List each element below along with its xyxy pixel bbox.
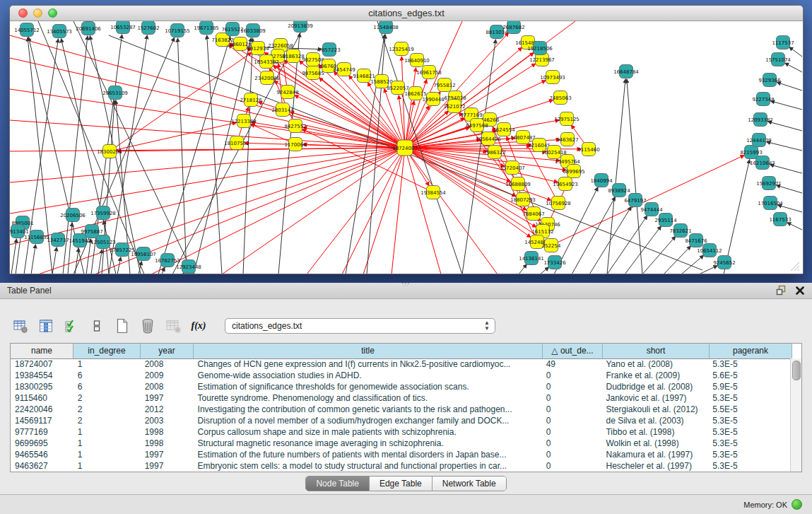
tab-network-table[interactable]: Network Table [433, 477, 506, 491]
graph-node-10719155[interactable]: 10719155 [165, 24, 190, 37]
graph-node-9245652[interactable]: 9245652 [713, 256, 735, 269]
graph-node-12325419[interactable]: 12325419 [389, 42, 414, 56]
citation-network-graph[interactable]: 1872400771638228860128891293423226058982… [10, 21, 802, 274]
graph-node-18107552[interactable]: 18107552 [224, 136, 249, 150]
graph-node-18640910[interactable]: 18640910 [404, 54, 430, 67]
column-header-name[interactable]: name [11, 344, 73, 358]
cell-in_degree[interactable]: 1 [73, 449, 141, 460]
cell-short[interactable]: Dudbridge et al. (2008) [601, 381, 708, 392]
cell-year[interactable]: 2009 [141, 370, 194, 381]
graph-node-252254[interactable]: 252254 [542, 239, 561, 252]
graph-node-17016504[interactable]: 17016504 [758, 197, 783, 210]
cell-name[interactable]: 9699695 [11, 438, 73, 449]
cell-year[interactable]: 2012 [141, 404, 194, 415]
cell-name[interactable]: 9465546 [11, 449, 73, 460]
cell-name[interactable]: 9463627 [11, 460, 73, 472]
graph-node-19671385[interactable]: 19671385 [194, 21, 219, 35]
column-header-in_degree[interactable]: in_degree [73, 344, 141, 358]
tab-edge-table[interactable]: Edge Table [370, 477, 433, 491]
graph-node-9115460[interactable]: 9115460 [577, 143, 599, 156]
graph-node-12975125[interactable]: 12975125 [554, 112, 579, 126]
graph-node-7857223[interactable]: 7857223 [318, 43, 340, 57]
cell-title[interactable]: Tourette syndrome. Phenomenology and cla… [194, 392, 542, 404]
vertical-scrollbar[interactable] [790, 358, 801, 472]
graph-node-20206506[interactable]: 20206506 [60, 209, 86, 222]
graph-node-1117537[interactable]: 1117537 [772, 36, 794, 49]
graph-node-7832621[interactable]: 7832621 [669, 224, 691, 238]
cell-name[interactable]: 18724007 [11, 358, 73, 370]
float-panel-icon[interactable] [776, 285, 787, 296]
graph-node-9474444[interactable]: 9474444 [640, 203, 663, 216]
cell-in_degree[interactable]: 2 [73, 404, 141, 415]
function-builder-button[interactable]: f(x) [191, 318, 206, 334]
cell-short[interactable]: Hescheler et al. (1997) [601, 460, 708, 472]
cell-pagerank[interactable]: 5.3E-5 [708, 460, 791, 472]
node-attribute-table[interactable]: namein_degreeyeartitle△ out_de...shortpa… [10, 343, 802, 472]
graph-node-2935114[interactable]: 2935114 [654, 214, 677, 227]
cell-year[interactable]: 1998 [141, 426, 194, 438]
graph-node-19384554[interactable]: 19384554 [420, 186, 446, 199]
graph-node-10756928[interactable]: 10756928 [546, 197, 571, 210]
cell-out_de[interactable]: 0 [542, 415, 602, 426]
cell-title[interactable]: Estimation of the future numbers of pati… [194, 449, 542, 460]
cell-out_de[interactable]: 0 [542, 404, 602, 415]
cell-out_de[interactable]: 0 [542, 426, 602, 438]
graph-node-1840994[interactable]: 1840994 [590, 174, 613, 187]
network-window-titlebar[interactable]: citations_edges.txt [10, 6, 803, 21]
cell-out_de[interactable]: 0 [542, 392, 602, 404]
cell-in_degree[interactable]: 2 [73, 392, 141, 404]
cell-out_de[interactable]: 0 [542, 381, 602, 392]
graph-node-7955812[interactable]: 7955812 [433, 78, 455, 92]
graph-node-18300295[interactable]: 18300295 [97, 145, 122, 158]
graph-node-13405573[interactable]: 13405573 [47, 25, 72, 38]
delete-table-button[interactable] [165, 318, 181, 334]
cell-pagerank[interactable]: 5.3E-5 [708, 438, 791, 449]
column-header-short[interactable]: short [603, 344, 710, 358]
cell-short[interactable]: Jankovic et al. (1997) [601, 392, 708, 404]
cell-name[interactable]: 22420046 [11, 404, 73, 415]
table-row[interactable]: 1830029562008Estimation of significance … [11, 381, 791, 392]
cell-short[interactable]: de Silva et al. (2003) [601, 415, 708, 426]
column-header-year[interactable]: year [141, 344, 194, 358]
cell-year[interactable]: 1997 [141, 460, 194, 472]
cell-title[interactable]: Corpus callosum shape and size in male p… [194, 426, 542, 438]
column-header-pagerank[interactable]: pagerank [710, 344, 792, 358]
cell-year[interactable]: 1997 [141, 449, 194, 460]
cell-out_de[interactable]: 0 [542, 438, 602, 449]
cell-in_degree[interactable]: 1 [73, 426, 141, 438]
cell-out_de[interactable]: 0 [542, 370, 602, 381]
graph-node-19654923[interactable]: 19654923 [553, 177, 578, 191]
graph-node-16961758[interactable]: 16961758 [416, 66, 442, 79]
cell-short[interactable]: Nakamura et al. (1997) [601, 449, 708, 460]
cell-pagerank[interactable]: 5.9E-5 [708, 381, 791, 392]
cell-year[interactable]: 1997 [141, 392, 194, 404]
row-height-button[interactable] [89, 318, 105, 334]
cell-short[interactable]: Yano et al. (2008) [601, 358, 708, 370]
column-header-out_de[interactable]: △ out_de... [543, 344, 603, 358]
network-view-window[interactable]: citations_edges.txt 18724007716382288601… [9, 5, 804, 274]
cell-year[interactable]: 1998 [141, 438, 194, 449]
cell-in_degree[interactable]: 2 [73, 415, 141, 426]
table-row[interactable]: 977716911998Corpus callosum shape and si… [11, 426, 791, 438]
cell-out_de[interactable]: 0 [542, 449, 602, 460]
table-row[interactable]: 1456911722003Disruption of a novel membe… [11, 415, 791, 426]
cell-short[interactable]: Tibbo et al. (1998) [601, 426, 708, 438]
table-row[interactable]: 969969511998Structural magnetic resonanc… [11, 438, 791, 449]
graph-node-20913839[interactable]: 20913839 [288, 21, 313, 33]
graph-node-18807293[interactable]: 18807293 [510, 193, 536, 206]
graph-node-1527602[interactable]: 1527602 [137, 21, 159, 35]
cell-title[interactable]: Investigating the contribution of common… [194, 404, 542, 415]
graph-node-10653287[interactable]: 10653287 [110, 21, 136, 34]
graph-node-16033809[interactable]: 16033809 [240, 24, 266, 37]
tab-node-table[interactable]: Node Table [306, 477, 370, 491]
graph-node-9463627[interactable]: 9463627 [556, 133, 578, 146]
cell-title[interactable]: Embryonic stem cells: a model to study s… [194, 460, 542, 472]
delete-column-button[interactable] [140, 318, 155, 334]
graph-node-11548408[interactable]: 11548408 [373, 21, 399, 34]
cell-out_de[interactable]: 49 [542, 358, 602, 370]
graph-node-12444139[interactable]: 12444139 [746, 134, 772, 147]
cell-year[interactable]: 2003 [141, 415, 194, 426]
graph-node-15692971[interactable]: 15692971 [756, 177, 782, 190]
graph-node-10973493[interactable]: 10973493 [540, 71, 565, 84]
cell-out_de[interactable]: 0 [542, 460, 602, 472]
